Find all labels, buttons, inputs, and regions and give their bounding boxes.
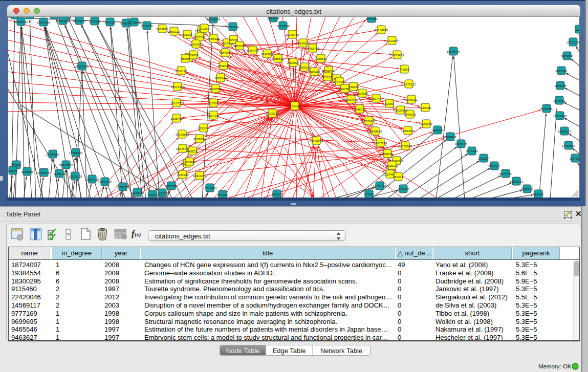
svg-text:15720407: 15720407	[362, 120, 376, 123]
svg-text:16033809: 16033809	[207, 18, 221, 21]
svg-text:15692971: 15692971	[558, 130, 572, 133]
svg-text:7625402: 7625402	[177, 173, 189, 177]
svg-text:8813054: 8813054	[267, 17, 279, 20]
svg-text:62160: 62160	[385, 102, 394, 105]
svg-text:2867608: 2867608	[233, 45, 246, 48]
svg-text:748509: 748509	[399, 68, 410, 71]
svg-text:16961758: 16961758	[306, 47, 320, 50]
svg-text:5938923: 5938923	[444, 136, 456, 139]
svg-text:16914479: 16914479	[193, 174, 207, 178]
svg-text:39159: 39159	[9, 169, 17, 172]
svg-text:1156829: 1156829	[21, 170, 34, 173]
svg-text:19166825: 19166825	[176, 133, 189, 136]
svg-text:160994: 160994	[184, 161, 195, 164]
svg-text:891295: 891295	[182, 33, 193, 36]
svg-text:10553267: 10553267	[73, 19, 86, 23]
svg-text:29300273: 29300273	[266, 112, 279, 115]
svg-text:13325419: 13325419	[286, 33, 299, 36]
svg-text:1849575: 1849575	[404, 113, 416, 116]
svg-text:7955812: 7955812	[315, 57, 327, 60]
svg-text:9699695: 9699695	[420, 123, 432, 126]
svg-text:18640910: 18640910	[296, 42, 310, 45]
svg-text:8427552: 8427552	[209, 87, 222, 91]
svg-text:9146821: 9146821	[261, 53, 273, 56]
svg-text:1615132: 1615132	[386, 164, 398, 167]
svg-text:143613: 143613	[272, 193, 282, 196]
svg-text:1209388: 1209388	[554, 84, 567, 87]
svg-text:1527602: 1527602	[89, 20, 101, 23]
svg-text:924565: 924565	[533, 193, 544, 196]
svg-text:17016504: 17016504	[562, 144, 576, 147]
svg-text:14136141: 14136141	[373, 185, 387, 188]
svg-text:12975115: 12975115	[402, 83, 416, 86]
svg-text:1733426: 1733426	[397, 188, 409, 191]
svg-text:15751074: 15751074	[567, 41, 580, 44]
svg-text:12213369: 12213369	[171, 85, 185, 89]
svg-text:157164: 157164	[217, 193, 228, 196]
svg-text:9857791: 9857791	[165, 185, 178, 188]
svg-text:7663822: 7663822	[156, 28, 168, 31]
svg-text:7986322: 7986322	[354, 108, 366, 111]
svg-text:8322037: 8322037	[287, 61, 299, 64]
svg-text:9115460: 9115460	[420, 106, 432, 110]
svg-text:9474444: 9474444	[466, 150, 478, 153]
svg-text:646116: 646116	[105, 21, 115, 24]
svg-text:10958107: 10958107	[98, 181, 112, 184]
svg-text:12213967: 12213967	[385, 39, 399, 42]
svg-text:1588520: 1588520	[272, 57, 284, 60]
svg-text:16154838: 16154838	[375, 29, 388, 32]
svg-text:2803144: 2803144	[214, 77, 227, 80]
svg-text:14055712: 14055712	[14, 20, 28, 24]
svg-text:16782759: 16782759	[116, 186, 130, 189]
svg-text:3267130: 3267130	[207, 114, 220, 117]
svg-text:252214: 252214	[393, 176, 404, 179]
svg-text:7632621: 7632621	[488, 165, 500, 168]
svg-text:20206556: 20206556	[46, 153, 60, 156]
svg-text:117004: 117004	[208, 102, 219, 105]
svg-text:2718126: 2718126	[175, 70, 187, 73]
svg-text:1167533: 1167533	[570, 157, 580, 160]
svg-text:1362615: 1362615	[298, 66, 311, 69]
svg-text:9777169: 9777169	[333, 80, 345, 83]
svg-text:2087682: 2087682	[365, 17, 378, 20]
svg-text:10807487: 10807487	[369, 97, 383, 100]
svg-text:1093309: 1093309	[57, 19, 69, 23]
svg-text:17957225: 17957225	[85, 178, 99, 181]
svg-text:19218596: 19218596	[276, 25, 290, 28]
svg-text:16210643: 16210643	[553, 115, 567, 118]
svg-text:9684067: 9684067	[381, 152, 394, 156]
svg-text:12942737: 12942737	[37, 171, 51, 174]
svg-text:8215955: 8215955	[540, 107, 553, 111]
svg-text:9827503: 9827503	[193, 36, 206, 39]
svg-text:8454749: 8454749	[247, 49, 259, 52]
svg-text:16543362: 16543362	[189, 43, 203, 46]
svg-text:108217: 108217	[157, 192, 168, 195]
svg-text:11123: 11123	[575, 28, 580, 31]
svg-text:9245652: 9245652	[521, 188, 533, 191]
svg-text:9329966: 9329966	[561, 55, 573, 58]
svg-text:15716485: 15716485	[203, 187, 217, 190]
svg-text:10688609: 10688609	[368, 130, 382, 133]
svg-text:16648784: 16648784	[447, 50, 461, 53]
svg-text:7857224: 7857224	[227, 26, 239, 29]
svg-text:234200: 234200	[188, 54, 199, 57]
svg-text:39975887: 39975887	[59, 164, 73, 167]
svg-text:26053346: 26053346	[75, 65, 89, 68]
svg-text:1145194: 1145194	[54, 172, 66, 176]
svg-text:10025433: 10025433	[394, 109, 408, 112]
svg-text:6794024: 6794024	[322, 70, 335, 73]
svg-text:98961: 98961	[181, 57, 190, 60]
svg-text:7515526: 7515526	[141, 25, 153, 28]
svg-text:8471676: 8471676	[499, 172, 512, 176]
svg-text:8678334: 8678334	[193, 138, 206, 141]
svg-text:20364436: 20364436	[344, 98, 358, 101]
svg-text:119234: 119234	[147, 193, 158, 196]
svg-text:9242848: 9242848	[217, 64, 230, 68]
svg-text:8990443: 8990443	[308, 71, 320, 74]
svg-text:2935114: 2935114	[478, 157, 490, 160]
svg-text:17359924: 17359924	[69, 151, 83, 155]
svg-text:3624554: 3624554	[356, 92, 368, 95]
svg-text:746266: 746266	[349, 85, 359, 89]
svg-text:18807249: 18807249	[374, 142, 387, 145]
svg-text:19384554: 19384554	[310, 140, 323, 143]
